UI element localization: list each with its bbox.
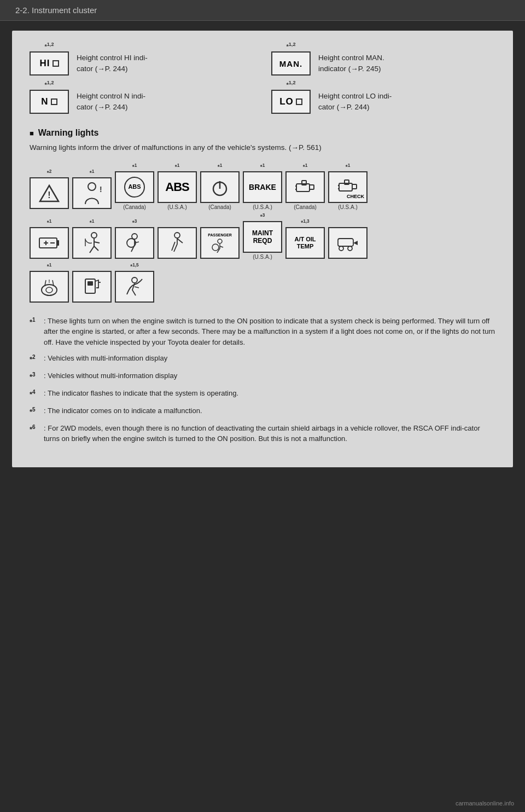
wl-box-power-btn xyxy=(200,171,240,203)
wl-brake: *1 BRAKE (U.S.A.) xyxy=(243,164,282,210)
wl-box-person-exclaim: ! xyxy=(72,177,112,209)
lo-description: Height control LO indi-cator (→P. 244) xyxy=(318,84,392,112)
n-description: Height control N indi-cator (→P. 244) xyxy=(77,84,145,112)
wl-star-1f: *1 xyxy=(303,163,308,170)
car-tow-icon xyxy=(336,233,360,253)
wl-star-1h: *1 xyxy=(47,218,52,226)
svg-point-29 xyxy=(339,246,343,251)
wl-slip: *1,5 xyxy=(115,263,154,304)
footnote-6-text: : For 2WD models, even though there is n… xyxy=(44,423,495,444)
wl-person-exclaim: *1 ! xyxy=(72,170,112,210)
abs-text-label: ABS xyxy=(165,180,189,194)
wl-box-seatbelt xyxy=(158,227,197,259)
wl-person-side: *1 xyxy=(72,219,112,260)
at-oil-temp-label: A/T OILTEMP xyxy=(294,236,316,250)
footnote-5: *5 : The indicator comes on to indicate … xyxy=(30,405,495,417)
footnote-star-3: *3 xyxy=(30,370,42,382)
wl-box-battery xyxy=(30,227,69,259)
man-label: MAN. xyxy=(279,59,302,68)
wl-passenger: PASSENGER xyxy=(200,219,240,260)
wl-star-1d: *1 xyxy=(218,163,223,170)
footnote-2: *2 : Vehicles with multi-information dis… xyxy=(30,353,495,365)
engine-canada-icon xyxy=(294,178,316,196)
footnote-4: *4 : The indicator flashes to indicate t… xyxy=(30,388,495,400)
wl-star-15: *1,5 xyxy=(130,262,138,270)
hi-star: *1,2 xyxy=(44,42,54,50)
wl-maint-reqd: *3 MAINTREQD (U.S.A.) xyxy=(243,213,282,260)
footnote-3: *3 : Vehicles without multi-information … xyxy=(30,370,495,382)
footnote-2-text: : Vehicles with multi-information displa… xyxy=(44,353,167,365)
wl-box-slip xyxy=(115,271,154,303)
wl-sublabel-abs-circle: (Canada) xyxy=(123,204,146,210)
svg-point-30 xyxy=(348,246,352,251)
hi-square xyxy=(52,60,59,67)
warning-triangle-icon: ! xyxy=(39,184,60,202)
brake-label: BRAKE xyxy=(249,183,276,192)
warning-row-3: *1 ! xyxy=(30,263,495,304)
wl-engine-canada: *1 (Canada) xyxy=(285,164,325,210)
wl-sublabel-abs-text: (U.S.A.) xyxy=(167,204,187,210)
svg-point-26 xyxy=(218,239,222,243)
wl-box-abs-circle: ABS xyxy=(115,171,154,203)
engine-usa-icon xyxy=(337,178,359,195)
warning-lights-description: Warning lights inform the driver of malf… xyxy=(30,142,495,154)
abs-circle-inner: ABS xyxy=(124,177,145,198)
wl-star-3a: *3 xyxy=(132,218,137,226)
wl-star-1c: *1 xyxy=(175,163,180,170)
wl-sublabel-check-usa: (U.S.A.) xyxy=(338,204,358,210)
svg-rect-35 xyxy=(88,281,93,286)
wl-box-person-side xyxy=(72,227,112,259)
n-label: N xyxy=(41,96,48,107)
footnote-3-text: : Vehicles without multi-information dis… xyxy=(44,370,177,382)
wl-star-1i: *1 xyxy=(90,218,95,226)
svg-point-27 xyxy=(212,244,219,251)
footnote-star-4: *4 xyxy=(30,388,42,400)
wl-box-airbag xyxy=(115,227,154,259)
indicator-row-hi: *1,2 HI Height control HI indi-cator (→P… xyxy=(30,46,254,76)
footnote-6: *6 : For 2WD models, even though there i… xyxy=(30,423,495,444)
footnote-star-6: *6 xyxy=(30,423,42,444)
n-star: *1,2 xyxy=(44,80,54,88)
wl-star-1b: *1 xyxy=(132,163,137,170)
footnote-star-1: *1 xyxy=(30,316,42,348)
wl-sublabel-engine-canada: (Canada) xyxy=(294,204,317,210)
wl-box-abs-text: ABS xyxy=(158,171,197,203)
lo-indicator-box: LO xyxy=(271,90,311,114)
wl-box-car-tow xyxy=(328,227,368,259)
lo-indicator-wrap: *1,2 LO xyxy=(271,84,311,114)
wl-check-usa: *1 CHECK (U.S.A.) xyxy=(328,164,368,210)
indicator-row-lo: *1,2 LO Height control LO indi-cator (→P… xyxy=(271,84,495,114)
svg-text:!: ! xyxy=(48,190,50,200)
wl-box-brake: BRAKE xyxy=(243,171,282,203)
hi-indicator-wrap: *1,2 HI xyxy=(30,46,69,76)
indicator-row-man: *1,2 MAN. Height control MAN.indicator (… xyxy=(271,46,495,76)
n-indicator-box: N xyxy=(30,90,69,114)
warning-row-2: *1 *1 xyxy=(30,213,495,260)
svg-rect-13 xyxy=(352,184,357,189)
svg-point-2 xyxy=(88,183,96,190)
passenger-label: PASSENGER xyxy=(208,233,231,237)
lo-star: *1,2 xyxy=(286,80,295,88)
footnote-4-text: : The indicator flashes to indicate that… xyxy=(44,388,238,400)
hi-description: Height control HI indi-cator (→P. 244) xyxy=(77,46,148,74)
footnote-5-text: : The indicator comes on to indicate a m… xyxy=(44,405,202,417)
slip-icon xyxy=(122,275,147,299)
svg-rect-8 xyxy=(310,185,314,189)
wl-box-maint-reqd: MAINTREQD xyxy=(243,221,282,253)
wl-star-2: *2 xyxy=(47,169,52,176)
svg-rect-34 xyxy=(85,279,95,293)
footnote-star-5: *5 xyxy=(30,405,42,417)
lo-label: LO xyxy=(279,96,294,107)
wl-star-1a: *1 xyxy=(90,169,95,176)
footnote-star-2: *2 xyxy=(30,353,42,365)
wl-box-fuel xyxy=(72,271,112,303)
warning-lights-title: Warning lights xyxy=(30,128,495,138)
svg-rect-17 xyxy=(57,240,59,246)
wl-box-passenger: PASSENGER xyxy=(200,227,240,259)
wl-seatbelt xyxy=(158,219,197,260)
man-indicator-box: MAN. xyxy=(271,51,311,76)
page-title: 2-2. Instrument cluster xyxy=(15,5,97,15)
wl-at-oil-temp: *1,3 A/T OILTEMP xyxy=(285,219,325,260)
man-star: *1,2 xyxy=(286,42,295,50)
svg-point-32 xyxy=(46,287,52,293)
